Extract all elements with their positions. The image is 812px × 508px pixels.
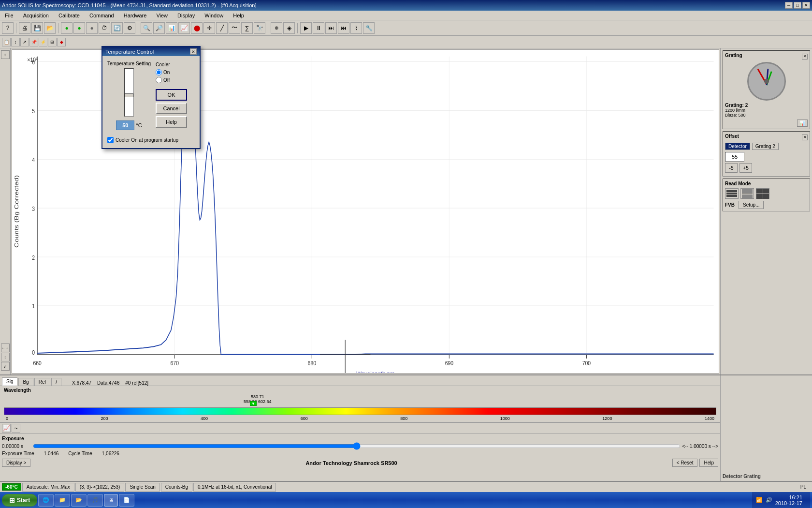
taskbar-app-doc[interactable]: 📄 [119,494,134,507]
files-icon: 📂 [75,497,82,503]
small-icon2[interactable]: ↕ [11,38,20,46]
temperature-value-input[interactable] [116,120,134,130]
bottom-icon1[interactable]: 📈 [2,424,11,433]
bottom-icon2[interactable]: ~ [12,424,20,433]
tab-slash[interactable]: / [51,378,61,386]
cooler-off-radio[interactable] [156,77,162,83]
detector-tab[interactable]: Detector [725,143,750,150]
chart-button[interactable]: 📊 [166,22,177,34]
print-button[interactable]: 🖨 [19,22,30,34]
tray-icon1[interactable]: 📶 [756,497,763,503]
menu-acquisition[interactable]: Acquisition [20,12,52,19]
select-button[interactable]: ◈ [283,22,295,34]
menu-hardware[interactable]: Hardware [121,12,150,19]
grating-small-button[interactable]: 📊 [797,120,808,127]
cooler-on-option[interactable]: On [156,69,187,75]
setup-button[interactable]: Setup... [739,201,764,209]
arrow-up-icon[interactable]: ↕ [1,353,10,361]
read-mode-partial[interactable] [740,188,754,199]
wave-button[interactable]: 〜 [229,22,240,34]
start-button[interactable]: ⊞ Start [2,494,37,507]
zoom-out-button[interactable]: 🔎 [153,22,165,34]
grating-close-button[interactable]: ✕ [802,54,808,60]
temperature-dialog-close-button[interactable]: ✕ [190,48,197,55]
view-button[interactable]: 🔭 [254,22,265,34]
run-green-button[interactable]: ● [61,22,72,34]
menu-display[interactable]: Display [174,12,198,19]
rewind-button[interactable]: ⏮ [338,22,349,34]
small-icon6[interactable]: ⊞ [48,38,57,46]
close-button[interactable]: ✕ [802,2,810,9]
skip-button[interactable]: ⏭ [325,22,337,34]
small-icon3[interactable]: ↗ [20,38,29,46]
calc-button[interactable]: ∑ [241,22,253,34]
tab-bg[interactable]: Bg [18,378,33,386]
minimize-button[interactable]: ─ [785,2,793,9]
menu-command[interactable]: Command [87,12,117,19]
svg-text:700: 700 [582,359,591,367]
timer-button[interactable]: ⏱ [99,22,110,34]
zoom-in-button[interactable]: 🔍 [141,22,152,34]
settings-button[interactable]: ⚙ [124,22,135,34]
tab-ref[interactable]: Ref [34,378,51,386]
taskbar-app-explorer[interactable]: 📁 [55,494,70,507]
temperature-slider[interactable] [124,68,134,117]
save-button[interactable]: 💾 [31,22,43,34]
grating2-tab[interactable]: Grating 2 [752,143,779,150]
menu-view[interactable]: View [153,12,171,19]
waveform-button[interactable]: ⌇ [350,22,362,34]
offset-input[interactable] [725,152,744,162]
tab-sig[interactable]: Sig [2,377,17,386]
help-bottom-button[interactable]: Help [699,459,718,467]
menu-help[interactable]: Help [230,12,247,19]
line-button[interactable]: ╱ [216,22,228,34]
small-icon4[interactable]: 📌 [29,38,38,46]
tool-button[interactable]: 🔧 [363,22,375,34]
run-gray-button[interactable]: ● [86,22,98,34]
offset-plus-button[interactable]: +5 [740,163,752,173]
taskbar-app-ie[interactable]: 🌐 [38,494,54,507]
small-icon1[interactable]: 📋 [2,38,11,46]
tray-icon2[interactable]: 🔊 [766,497,772,503]
record-button[interactable]: ⬤ [191,22,203,34]
display-button[interactable]: Display > [2,459,30,467]
small-icon5[interactable]: ⚡ [39,38,47,46]
play-button[interactable]: ▶ [300,22,312,34]
taskbar-app-network[interactable]: 🖥 [104,494,118,507]
target-button[interactable]: ⊕ [271,22,282,34]
arrow-down-icon[interactable]: ↙ [1,362,10,371]
cancel-button[interactable]: Cancel [156,103,187,114]
exposure-slider[interactable] [33,443,681,449]
read-mode-single[interactable] [756,188,769,199]
maximize-button[interactable]: □ [794,2,801,9]
dialog-help-button[interactable]: Help [156,116,187,128]
wavelength-marker-indicator[interactable]: ▼ [250,401,257,406]
taskbar-app-media[interactable]: 🎵 [87,494,103,507]
title-text: Andor SOLIS for Spectroscopy: CCD-11045 … [2,2,256,8]
expand-icon1[interactable]: ↕ [1,50,10,59]
repeat-button[interactable]: 🔄 [111,22,123,34]
startup-checkbox[interactable] [107,137,114,143]
cooler-off-option[interactable]: Off [156,77,187,83]
open-button[interactable]: 📂 [44,22,56,34]
cursor-button[interactable]: ✛ [203,22,215,34]
run-green2-button[interactable]: ● [73,22,85,34]
cooler-on-radio[interactable] [156,69,162,75]
menu-file[interactable]: File [2,12,16,19]
pause-button[interactable]: ⏸ [313,22,324,34]
reset-button[interactable]: < Reset [672,459,698,467]
arrow-right-icon[interactable]: ←→ [1,344,10,352]
ok-button[interactable]: OK [156,89,187,101]
offset-panel: Offset ✕ Detector Grating 2 -5 +5 [723,131,810,177]
start-label: Start [17,497,30,504]
exposure-section: Exposure 0.00000 s <-- 1.00000 s --> Exp… [0,434,720,456]
menu-calibrate[interactable]: Calibrate [56,12,83,19]
menu-window[interactable]: Window [202,12,226,19]
help-button[interactable]: ? [2,22,14,34]
read-mode-full[interactable] [725,188,739,199]
small-icon-red[interactable]: ◆ [57,38,66,46]
offset-minus-button[interactable]: -5 [725,163,738,173]
graph-button[interactable]: 📈 [178,22,190,34]
taskbar-app-files[interactable]: 📂 [71,494,87,507]
offset-close-button[interactable]: ✕ [802,134,808,140]
